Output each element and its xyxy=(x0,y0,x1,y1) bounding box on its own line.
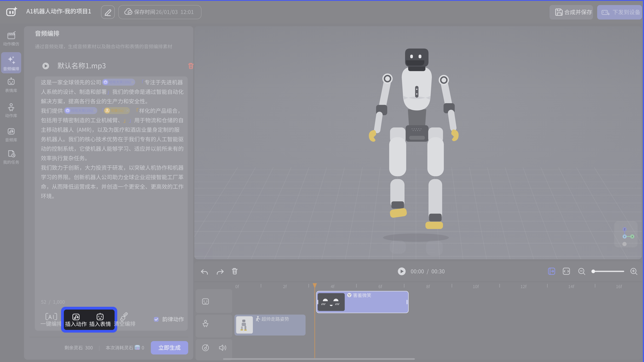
svg-text:Y: Y xyxy=(624,235,626,238)
svg-text:X: X xyxy=(632,235,633,238)
svg-text:Z: Z xyxy=(624,228,626,231)
